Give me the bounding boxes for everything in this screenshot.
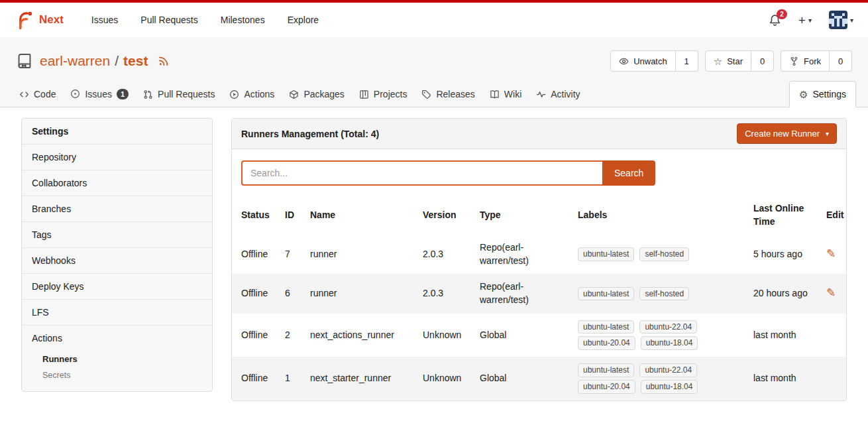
pull-request-icon [143,90,153,99]
sidebar-item-secrets[interactable]: Secrets [22,367,212,383]
label-chip: ubuntu-18.04 [641,380,698,394]
label-chip: ubuntu-22.04 [639,363,697,377]
label-chip: ubuntu-latest [578,363,634,377]
runner-version: Unknown [416,314,473,357]
runner-version: 2.0.3 [416,235,473,274]
chevron-down-icon: ▾ [850,17,853,24]
tab-wiki[interactable]: Wiki [482,82,529,107]
runner-search-bar: Search [232,149,846,196]
star-button[interactable]: ☆ Star [706,51,751,71]
repo-header: earl-warren / test Unwatch 1 [0,37,868,107]
pulse-icon [536,90,546,99]
sidebar-item-branches[interactable]: Branches [22,196,212,221]
sidebar-item-collaborators[interactable]: Collaborators [22,170,212,196]
table-header-row: Status ID Name Version Type Labels Last … [232,196,846,235]
label-chip: self-hosted [639,287,689,301]
runner-status: Offline [232,314,278,357]
col-header-status: Status [232,196,278,235]
brand-name: Next [39,13,64,27]
watch-count[interactable]: 1 [675,51,698,71]
sidebar-item-webhooks[interactable]: Webhooks [22,247,212,273]
unwatch-button[interactable]: Unwatch [611,51,675,71]
sidebar-item-deploy-keys[interactable]: Deploy Keys [22,273,212,299]
fork-icon [789,56,799,66]
issue-icon [70,89,80,99]
code-icon [19,90,29,99]
search-button[interactable]: Search [602,160,655,186]
runner-id: 2 [278,314,303,357]
tab-activity[interactable]: Activity [529,82,587,107]
runner-last-online: last month [747,314,820,357]
tab-label: Wiki [504,89,521,99]
fork-button[interactable]: Fork [781,51,829,71]
sidebar-item-repository[interactable]: Repository [22,144,212,170]
nav-link-explore[interactable]: Explore [288,15,319,25]
tab-label: Pull Requests [158,89,215,99]
fork-count[interactable]: 0 [829,51,851,71]
repo-owner-link[interactable]: earl-warren [40,53,110,69]
nav-link-milestones[interactable]: Milestones [221,15,265,25]
create-new-runner-button[interactable]: Create new Runner ▾ [737,123,837,144]
edit-runner-button[interactable]: ✎ [826,247,836,260]
table-row: Offline 2 next_actions_runner Unknown Gl… [232,314,846,357]
edit-runner-button[interactable]: ✎ [826,286,836,299]
runners-table: Status ID Name Version Type Labels Last … [232,196,846,400]
forgejo-logo-home-link[interactable]: Next [15,10,64,30]
runner-type: Repo(earl-warren/test) [473,235,571,274]
sidebar-item-tags[interactable]: Tags [22,221,212,247]
runner-version: Unknown [416,357,473,400]
tab-actions[interactable]: Actions [222,82,282,107]
col-header-last-online: Last Online Time [747,196,820,235]
label-chip: ubuntu-18.04 [641,336,698,350]
forgejo-logo-icon [15,10,34,30]
tab-label: Projects [374,89,407,99]
search-input[interactable] [241,160,602,186]
tab-code[interactable]: Code [12,82,63,107]
runner-last-online: 20 hours ago [747,274,820,313]
rss-feed-icon[interactable] [158,55,170,67]
tab-issues[interactable]: Issues 1 [63,82,136,107]
play-circle-icon [229,90,239,99]
runner-name: runner [303,235,416,274]
repo-title-row: earl-warren / test Unwatch 1 [0,37,868,81]
runner-name: next_actions_runner [303,314,416,357]
unwatch-label: Unwatch [633,56,667,66]
tag-icon [421,90,431,99]
page-title: Runners Management (Total: 4) [241,129,379,139]
tab-packages[interactable]: Packages [282,82,351,107]
sidebar-item-lfs[interactable]: LFS [22,299,212,325]
avatar [829,11,847,29]
notifications-button[interactable]: 2 [769,14,781,27]
repo-icon [16,52,33,70]
runner-last-online: 5 hours ago [747,235,820,274]
tab-pull-requests[interactable]: Pull Requests [136,82,222,107]
book-icon [490,90,500,99]
tab-label: Settings [812,89,846,99]
project-board-icon [359,90,369,99]
tab-projects[interactable]: Projects [352,82,415,107]
runner-id: 7 [278,235,303,274]
star-label: Star [727,56,743,66]
runner-version: 2.0.3 [416,274,473,313]
repo-name-link[interactable]: test [123,53,148,69]
star-count[interactable]: 0 [751,51,773,71]
tab-label: Issues [85,89,111,99]
tab-releases[interactable]: Releases [414,82,482,107]
runner-labels: ubuntu-latest ubuntu-22.04 ubuntu-20.04 … [578,363,714,394]
chevron-down-icon: ▾ [808,17,812,24]
nav-link-issues[interactable]: Issues [91,15,118,25]
runner-type: Global [473,357,571,400]
sidebar-item-runners[interactable]: Runners [22,351,212,367]
runners-panel: Runners Management (Total: 4) Create new… [231,118,847,401]
tab-label: Actions [244,89,274,99]
label-chip: ubuntu-latest [578,247,634,261]
tab-label: Activity [551,89,580,99]
create-new-dropdown[interactable]: + ▾ [798,14,812,27]
table-row: Offline 6 runner 2.0.3 Repo(earl-warren/… [232,274,846,313]
navbar-right-cluster: 2 + ▾ ▾ [769,11,853,29]
user-menu-dropdown[interactable]: ▾ [829,11,853,29]
runner-labels: ubuntu-latest self-hosted [578,247,714,261]
sidebar-item-actions[interactable]: Actions [22,325,212,351]
nav-link-pull-requests[interactable]: Pull Requests [140,15,197,25]
tab-settings[interactable]: ⚙ Settings [789,81,856,107]
